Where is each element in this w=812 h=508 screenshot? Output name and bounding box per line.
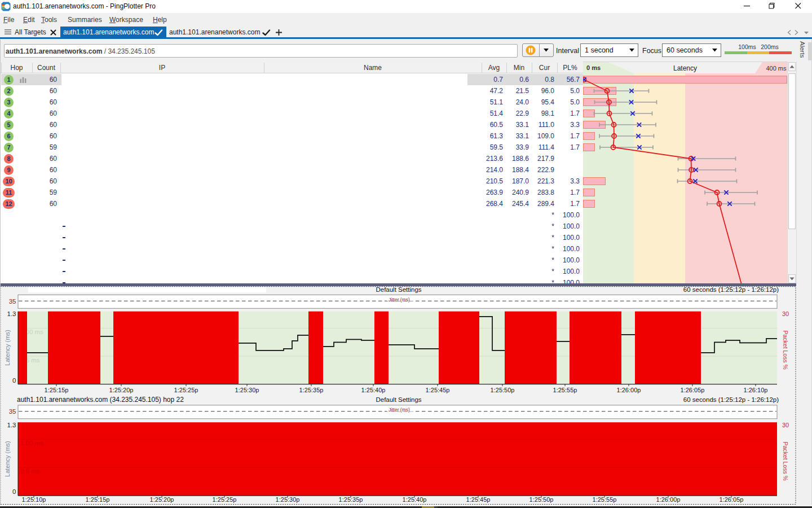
svg-text:1:25:25p: 1:25:25p xyxy=(213,496,237,503)
svg-text:1:26:00p: 1:26:00p xyxy=(617,387,641,393)
svg-text:1:25:50p: 1:25:50p xyxy=(491,387,515,393)
svg-text:35: 35 xyxy=(9,408,16,415)
svg-text:1:25:55p: 1:25:55p xyxy=(553,387,577,393)
svg-text:60 seconds (1:25:12p - 1:26:12: 60 seconds (1:25:12p - 1:26:12p) xyxy=(683,286,779,292)
svg-text:1:25:55p: 1:25:55p xyxy=(593,496,617,503)
svg-text:30: 30 xyxy=(782,310,789,317)
svg-text:1:25:45p: 1:25:45p xyxy=(466,496,491,503)
svg-text:1:26:05p: 1:26:05p xyxy=(720,496,744,503)
svg-text:Jitter (ms): Jitter (ms) xyxy=(389,297,410,303)
svg-text:1.3: 1.3 xyxy=(7,422,16,428)
svg-text:35: 35 xyxy=(9,298,16,305)
svg-text:400 ms: 400 ms xyxy=(766,65,787,72)
svg-text:Jitter (ms): Jitter (ms) xyxy=(389,407,410,413)
svg-text:1:25:30p: 1:25:30p xyxy=(235,387,259,393)
svg-text:1:25:35p: 1:25:35p xyxy=(299,387,324,393)
svg-text:1:25:50p: 1:25:50p xyxy=(529,496,554,503)
svg-text:1:26:00p: 1:26:00p xyxy=(656,496,681,503)
svg-text:Packet Loss %: Packet Loss % xyxy=(782,442,788,481)
svg-text:1.00 ms: 1.00 ms xyxy=(20,440,43,446)
svg-text:1.3: 1.3 xyxy=(7,310,16,317)
svg-text:1:25:35p: 1:25:35p xyxy=(339,496,363,503)
svg-text:0.5 ms: 0.5 ms xyxy=(20,468,40,475)
svg-text:1:25:40p: 1:25:40p xyxy=(361,387,386,393)
svg-text:Latency (ms): Latency (ms) xyxy=(4,330,11,366)
svg-text:1:25:10p: 1:25:10p xyxy=(22,496,46,503)
svg-text:1:25:15p: 1:25:15p xyxy=(86,496,110,503)
svg-text:Default Settings: Default Settings xyxy=(376,396,421,403)
svg-text:1:26:10p: 1:26:10p xyxy=(744,387,768,393)
svg-text:60 seconds (1:25:12p - 1:26:12: 60 seconds (1:25:12p - 1:26:12p) xyxy=(683,396,779,403)
svg-text:0: 0 xyxy=(12,488,16,495)
svg-text:Packet Loss %: Packet Loss % xyxy=(782,331,788,370)
svg-text:1:25:20p: 1:25:20p xyxy=(150,496,174,503)
svg-text:0 ms: 0 ms xyxy=(586,64,601,71)
svg-text:1:25:45p: 1:25:45p xyxy=(426,387,450,393)
svg-text:Latency (ms): Latency (ms) xyxy=(4,441,11,477)
svg-text:Default Settings: Default Settings xyxy=(376,286,421,292)
svg-text:1:25:20p: 1:25:20p xyxy=(109,387,134,393)
svg-text:1:25:25p: 1:25:25p xyxy=(174,387,198,393)
svg-text:1:25:15p: 1:25:15p xyxy=(45,387,69,393)
svg-text:1:25:40p: 1:25:40p xyxy=(403,496,427,503)
svg-text:1:25:30p: 1:25:30p xyxy=(276,496,300,503)
svg-text:0: 0 xyxy=(12,377,16,384)
svg-text:Latency: Latency xyxy=(673,64,697,72)
svg-text:30: 30 xyxy=(782,422,789,428)
svg-text:auth1.101.arenanetworks.com (3: auth1.101.arenanetworks.com (34.235.245.… xyxy=(17,396,184,404)
svg-text:1:26:05p: 1:26:05p xyxy=(681,387,705,393)
